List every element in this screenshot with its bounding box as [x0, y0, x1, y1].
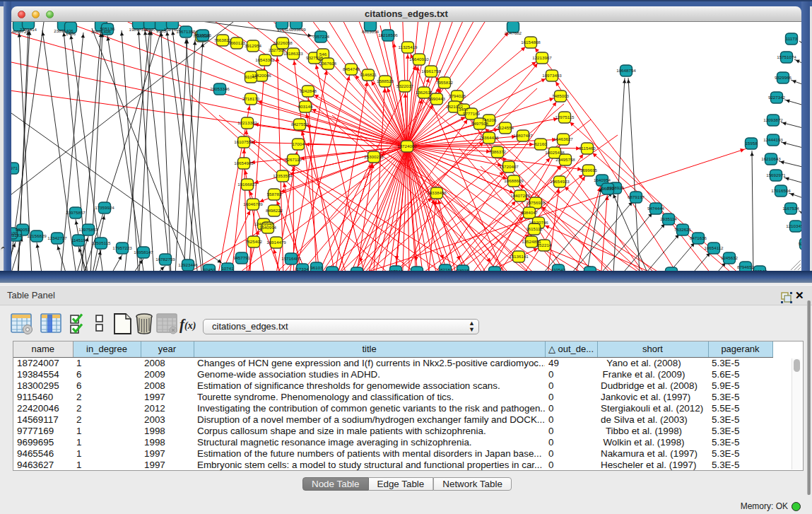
svg-text:17004: 17004	[292, 141, 305, 146]
svg-text:17334: 17334	[296, 267, 309, 271]
svg-text:12444193: 12444193	[763, 137, 783, 142]
svg-text:9777169: 9777169	[463, 111, 481, 116]
svg-text:117244: 117244	[389, 269, 404, 271]
svg-text:10654112: 10654112	[704, 245, 724, 250]
svg-text:2367608: 2367608	[319, 61, 337, 66]
svg-text:15751074: 15751074	[777, 54, 796, 59]
svg-text:15716485: 15716485	[281, 256, 301, 261]
svg-text:8218: 8218	[440, 267, 450, 271]
svg-text:106542: 106542	[753, 269, 767, 271]
svg-text:16782759: 16782759	[155, 257, 175, 262]
svg-text:1362615: 1362615	[416, 90, 433, 95]
svg-text:1615112: 1615112	[526, 226, 543, 231]
svg-text:3912954: 3912954	[245, 43, 262, 48]
svg-text:6879197: 6879197	[628, 194, 645, 199]
svg-text:12156829: 12156829	[27, 233, 47, 238]
svg-text:15692971: 15692971	[766, 173, 786, 177]
svg-text:18724007: 18724007	[397, 144, 417, 148]
svg-text:11173: 11173	[786, 36, 798, 41]
svg-text:9146821: 9146821	[360, 72, 377, 77]
svg-text:505136: 505136	[100, 26, 115, 31]
svg-text:19166827: 19166827	[237, 182, 257, 187]
svg-text:939051: 939051	[16, 227, 30, 232]
svg-text:9227342: 9227342	[768, 95, 786, 100]
svg-text:8267110: 8267110	[285, 157, 302, 162]
svg-text:16210643: 16210643	[761, 156, 781, 161]
svg-text:19756928: 19756928	[526, 200, 546, 205]
svg-text:9329966: 9329966	[775, 75, 792, 80]
svg-text:19338456: 19338456	[427, 190, 447, 195]
svg-text:8471636: 8471636	[690, 235, 707, 240]
svg-text:92450: 92450	[203, 267, 216, 271]
svg-text:9457791: 9457791	[233, 255, 251, 260]
svg-text:12103459: 12103459	[786, 223, 801, 228]
svg-text:16037: 16037	[143, 27, 156, 32]
svg-text:16154808: 16154808	[521, 40, 541, 45]
svg-text:558783: 558783	[267, 192, 282, 197]
svg-text:12505115: 12505115	[91, 240, 111, 245]
svg-text:91045: 91045	[245, 74, 257, 79]
svg-text:2331414: 2331414	[20, 27, 37, 32]
svg-text:17359924: 17359924	[95, 205, 114, 210]
svg-text:2935114: 2935114	[660, 216, 677, 221]
svg-text:7357224: 7357224	[312, 34, 330, 39]
svg-text:7485003: 7485003	[552, 93, 570, 98]
svg-text:10973493: 10973493	[542, 73, 562, 78]
svg-text:1971: 1971	[11, 165, 18, 170]
svg-text:10648754: 10648754	[616, 68, 636, 73]
svg-text:96039: 96039	[601, 186, 614, 191]
svg-text:23495758: 23495758	[555, 157, 575, 162]
svg-text:9699695: 9699695	[580, 168, 598, 173]
svg-text:12213967: 12213967	[532, 55, 552, 60]
svg-text:16961758: 16961758	[421, 69, 441, 74]
svg-text:12975115: 12975115	[555, 115, 575, 119]
svg-text:9245632: 9245632	[721, 255, 739, 260]
svg-text:8427552: 8427552	[291, 122, 309, 127]
svg-text:87065: 87065	[488, 269, 501, 271]
svg-text:6497508: 6497508	[471, 121, 489, 126]
svg-text:12353594: 12353594	[273, 173, 293, 178]
svg-text:7625402: 7625402	[245, 239, 263, 244]
svg-text:16958147: 16958147	[134, 250, 153, 255]
svg-text:15100: 15100	[11, 230, 18, 235]
svg-text:10671355: 10671355	[176, 29, 196, 34]
svg-text:15318: 15318	[326, 269, 339, 271]
svg-text:8813054: 8813054	[362, 29, 379, 34]
svg-text:546: 546	[319, 52, 327, 57]
svg-text:10807487: 10807487	[513, 133, 533, 138]
svg-text:8990443: 8990443	[428, 96, 446, 101]
svg-text:10025438: 10025438	[545, 150, 565, 155]
svg-text:(x): (x)	[184, 320, 196, 332]
svg-text:16543362: 16543362	[255, 57, 275, 62]
svg-text:8498222: 8498222	[266, 208, 283, 213]
svg-text:62160: 62160	[534, 141, 547, 146]
svg-text:15720407: 15720407	[499, 164, 519, 169]
svg-text:16914479: 16914479	[266, 240, 286, 245]
svg-text:18186323: 18186323	[283, 51, 303, 56]
svg-text:924502: 924502	[799, 241, 801, 246]
svg-text:1640954: 1640954	[594, 177, 611, 182]
svg-text:16640910: 16640910	[409, 57, 429, 62]
svg-text:11325419: 11325419	[398, 45, 418, 49]
svg-text:23915: 23915	[457, 268, 469, 271]
svg-text:65103: 65103	[411, 269, 423, 271]
svg-text:9242848: 9242848	[300, 88, 317, 93]
svg-text:1540994: 1540994	[259, 225, 277, 230]
svg-text:1167534: 1167534	[782, 206, 799, 211]
svg-text:2047682: 2047682	[505, 30, 522, 35]
svg-text:252214: 252214	[537, 243, 552, 247]
svg-text:12093872: 12093872	[763, 117, 783, 122]
svg-text:23975857: 23975857	[66, 210, 86, 215]
svg-text:17016504: 17016504	[771, 188, 791, 193]
svg-text:19218506: 19218506	[378, 33, 398, 37]
svg-text:1588520: 1588520	[377, 78, 394, 83]
svg-text:16107552: 16107552	[234, 139, 254, 144]
svg-text:7955812: 7955812	[436, 80, 454, 85]
svg-text:16463627: 16463627	[553, 136, 573, 141]
svg-text:114519: 114519	[71, 238, 86, 243]
svg-text:16120746: 16120746	[529, 220, 548, 225]
svg-text:12923446: 12923446	[178, 262, 198, 267]
svg-text:20364436: 20364436	[479, 135, 499, 140]
svg-text:1406: 1406	[66, 31, 76, 36]
svg-text:96103: 96103	[310, 265, 323, 270]
